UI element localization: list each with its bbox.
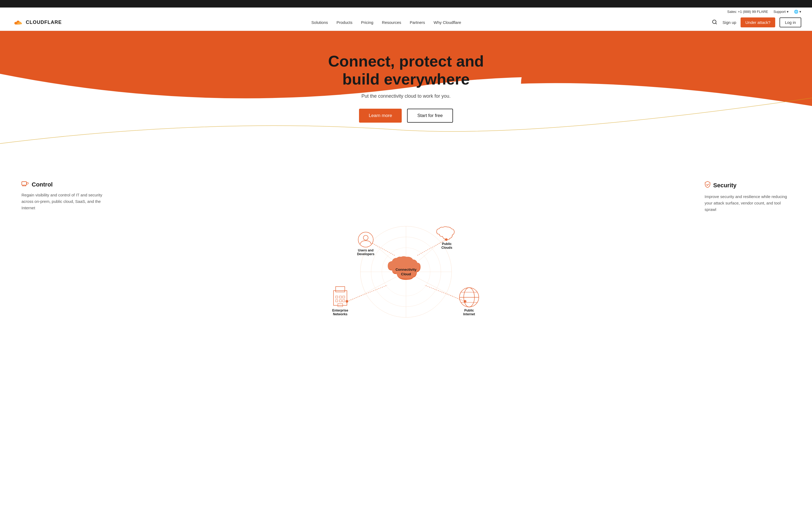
connectivity-diagram: Connectivity Cloud Users and Developers … — [312, 224, 500, 320]
header: Sales: +1 (888) 99 FLARE Support ▾ 🌐 ▾ C… — [0, 7, 812, 31]
nav-partners[interactable]: Partners — [410, 20, 425, 25]
svg-rect-42 — [336, 300, 338, 302]
hero-content: Connect, protect and build everywhere Pu… — [0, 31, 812, 139]
svg-rect-43 — [339, 300, 342, 302]
nav-resources[interactable]: Resources — [382, 20, 401, 25]
top-bar — [0, 0, 812, 7]
nav-pricing[interactable]: Pricing — [361, 20, 373, 25]
sign-up-button[interactable]: Sign up — [723, 20, 736, 25]
under-attack-button[interactable]: Under attack? — [741, 17, 775, 27]
cloudflare-logo-icon — [11, 18, 24, 27]
feature-security-title: Security — [713, 182, 737, 189]
features-section: Control Regain visibility and control of… — [0, 170, 812, 218]
svg-rect-45 — [338, 303, 343, 307]
globe-icon: 🌐 — [794, 10, 798, 14]
header-top-bar: Sales: +1 (888) 99 FLARE Support ▾ 🌐 ▾ — [11, 7, 801, 15]
support-button[interactable]: Support ▾ — [773, 10, 789, 14]
search-button[interactable] — [711, 18, 718, 27]
start-free-button[interactable]: Start for free — [407, 109, 453, 123]
hero-subtitle: Put the connectivity cloud to work for y… — [11, 93, 801, 99]
search-icon — [712, 19, 717, 25]
svg-text:Enterprise: Enterprise — [332, 308, 348, 312]
svg-rect-39 — [336, 296, 338, 298]
svg-rect-44 — [343, 300, 345, 302]
diagram-container: Connectivity Cloud Users and Developers … — [312, 224, 500, 320]
svg-text:Networks: Networks — [333, 312, 347, 316]
nav-products[interactable]: Products — [336, 20, 352, 25]
svg-text:Internet: Internet — [463, 312, 475, 316]
svg-rect-4 — [22, 182, 27, 185]
svg-line-23 — [347, 285, 387, 301]
svg-text:Developers: Developers — [357, 252, 375, 256]
svg-text:Connectivity: Connectivity — [395, 268, 417, 272]
svg-text:Public: Public — [464, 308, 474, 312]
svg-line-15 — [344, 272, 406, 304]
learn-more-button[interactable]: Learn more — [359, 109, 402, 123]
sales-phone: Sales: +1 (888) 99 FLARE — [727, 10, 768, 14]
logo-text: CLOUDFLARE — [26, 19, 62, 25]
nav-why-cloudflare[interactable]: Why Cloudflare — [434, 20, 461, 25]
svg-text:Users and: Users and — [358, 249, 374, 252]
feature-control: Control Regain visibility and control of… — [21, 181, 107, 213]
feature-security-header: Security — [705, 181, 791, 190]
diagram-section: Connectivity Cloud Users and Developers … — [0, 218, 812, 331]
logo[interactable]: CLOUDFLARE — [11, 18, 62, 27]
feature-control-desc: Regain visibility and control of IT and … — [21, 192, 107, 211]
security-icon — [705, 181, 710, 190]
node-public-internet: Public Internet — [460, 288, 479, 316]
svg-line-1 — [715, 23, 717, 24]
feature-control-title: Control — [32, 181, 53, 188]
nav-solutions[interactable]: Solutions — [311, 20, 328, 25]
globe-chevron-icon: ▾ — [799, 10, 801, 14]
feature-control-header: Control — [21, 181, 107, 188]
feature-security-desc: Improve security and resilience while re… — [705, 194, 791, 213]
header-nav: CLOUDFLARE Solutions Products Pricing Re… — [11, 15, 801, 31]
hero-buttons: Learn more Start for free — [11, 109, 801, 123]
support-chevron-icon: ▾ — [787, 10, 789, 14]
svg-line-16 — [406, 272, 468, 304]
support-label: Support — [773, 10, 786, 14]
hero-section: Connect, protect and build everywhere Pu… — [0, 31, 812, 170]
svg-rect-38 — [336, 287, 345, 292]
control-icon — [21, 181, 29, 188]
node-public-clouds: Public Clouds — [437, 227, 454, 250]
nav-actions: Sign up Under attack? Log in — [711, 17, 801, 27]
svg-point-31 — [358, 232, 373, 247]
svg-text:Clouds: Clouds — [441, 246, 452, 250]
feature-security: Security Improve security and resilience… — [705, 181, 791, 213]
login-button[interactable]: Log in — [780, 17, 801, 27]
svg-line-24 — [425, 285, 465, 301]
svg-rect-40 — [339, 296, 342, 298]
svg-text:Public: Public — [442, 242, 452, 246]
main-nav: Solutions Products Pricing Resources Par… — [311, 20, 461, 25]
globe-button[interactable]: 🌐 ▾ — [794, 10, 801, 14]
hero-title: Connect, protect and build everywhere — [11, 52, 801, 88]
node-users: Users and Developers — [357, 232, 375, 256]
svg-rect-41 — [343, 296, 345, 298]
svg-text:Cloud: Cloud — [401, 272, 411, 276]
